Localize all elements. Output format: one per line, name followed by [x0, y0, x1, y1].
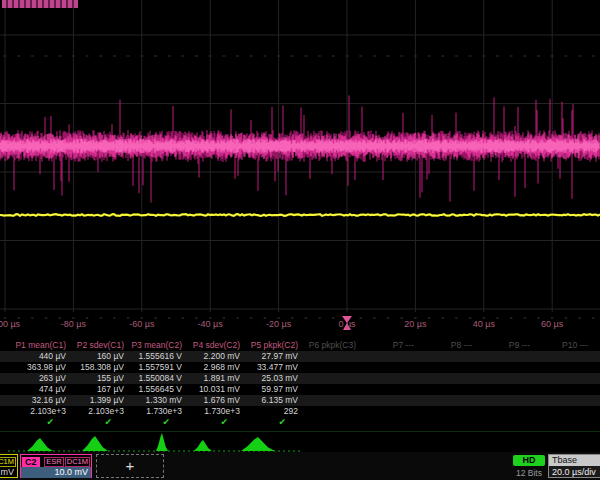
c2-esr-badge: ESR	[44, 457, 63, 467]
channel-c1-descriptor[interactable]: DC1M 0 mV	[0, 454, 18, 478]
measurement-value: 474 µV	[10, 384, 66, 395]
hd-mode-badge[interactable]: HD	[513, 455, 545, 466]
param-header[interactable]: P6 pkpk(C3)	[300, 340, 356, 351]
timebase-descriptor[interactable]: Tbase 20.0 µs/div	[548, 454, 600, 478]
measurement-value: 158.308 µV	[68, 362, 124, 373]
param-header[interactable]: P4 sdev(C2)	[184, 340, 240, 351]
measurement-value: 33.477 mV	[242, 362, 298, 373]
clipped-osd-label	[2, 0, 78, 8]
channel-c2-descriptor[interactable]: C2 ESR DC1M 10.0 mV	[20, 454, 92, 478]
histicon	[27, 438, 53, 451]
measurement-value: 2.103e+3	[68, 406, 124, 417]
time-axis-label: 0 µs	[338, 319, 355, 329]
time-axis-label: 20 µs	[404, 319, 426, 329]
time-axis-label: -60 µs	[129, 319, 154, 329]
c1-scale-value: 0 mV	[0, 467, 17, 478]
param-header[interactable]: P8 ---	[416, 340, 472, 351]
measurement-value: 155 µV	[68, 373, 124, 384]
table-row: 32.16 µV1.399 µV1.330 mV1.676 mV6.135 mV	[0, 395, 600, 406]
param-header[interactable]: P9 ---	[474, 340, 530, 351]
table-row: 363.98 µV158.308 µV1.557591 V2.968 mV33.…	[0, 362, 600, 373]
oscilloscope-screen: -100 µs-80 µs-60 µs-40 µs-20 µs0 µs20 µs…	[0, 0, 600, 480]
c2-trace-tag: C2	[22, 457, 40, 467]
table-row: ✔✔✔✔✔	[0, 417, 600, 428]
bottom-toolbar: DC1M 0 mV C2 ESR DC1M 10.0 mV + HD 12 Bi…	[0, 452, 600, 480]
measurement-value: 2.968 mV	[184, 362, 240, 373]
measurement-value: 10.031 mV	[184, 384, 240, 395]
hd-bits-label: 12 Bits	[509, 468, 549, 478]
measurement-value: 363.98 µV	[10, 362, 66, 373]
timebase-title: Tbase	[549, 455, 600, 466]
histicon	[156, 433, 168, 451]
table-row: 440 µV160 µV1.555616 V2.200 mV27.97 mV	[0, 351, 600, 362]
measurement-value: 1.399 µV	[68, 395, 124, 406]
param-header[interactable]: P2 sdev(C1)	[68, 340, 124, 351]
measurement-value: 1.891 mV	[184, 373, 240, 384]
measurement-value: 2.200 mV	[184, 351, 240, 362]
table-row: 2.103e+32.103e+31.730e+31.730e+3292	[0, 406, 600, 417]
status-check-icon: ✔	[68, 417, 124, 428]
table-row: P1 mean(C1)P2 sdev(C1)P3 mean(C2)P4 sdev…	[0, 340, 600, 351]
measurement-value: 1.730e+3	[126, 406, 182, 417]
measurement-value: 6.135 mV	[242, 395, 298, 406]
measurement-value: 59.97 mV	[242, 384, 298, 395]
measurement-value: 263 µV	[10, 373, 66, 384]
param-header[interactable]: P7 ---	[358, 340, 414, 351]
param-header[interactable]: P5 pkpk(C2)	[242, 340, 298, 351]
measurement-table[interactable]: P1 mean(C1)P2 sdev(C1)P3 mean(C2)P4 sdev…	[0, 339, 600, 430]
measurement-value: 25.03 mV	[242, 373, 298, 384]
time-axis-label: -20 µs	[266, 319, 291, 329]
c2-scale-value: 10.0 mV	[21, 467, 91, 478]
measurement-value: 1.330 mV	[126, 395, 182, 406]
measurement-value: 1.730e+3	[184, 406, 240, 417]
time-axis-label: -80 µs	[61, 319, 86, 329]
measurement-value: 1.557591 V	[126, 362, 182, 373]
measurement-value: 32.16 µV	[10, 395, 66, 406]
time-axis: -100 µs-80 µs-60 µs-40 µs-20 µs0 µs20 µs…	[0, 319, 600, 331]
histicon	[241, 437, 275, 451]
status-check-icon: ✔	[184, 417, 240, 428]
status-check-icon: ✔	[10, 417, 66, 428]
measurement-value: 167 µV	[68, 384, 124, 395]
table-row: 474 µV167 µV1.556645 V10.031 mV59.97 mV	[0, 384, 600, 395]
c1-coupling-badge: DC1M	[0, 457, 16, 467]
c2-coupling-badge: DC1M	[65, 457, 90, 467]
measurement-value: 160 µV	[68, 351, 124, 362]
time-axis-label: -100 µs	[0, 319, 20, 329]
status-check-icon: ✔	[242, 417, 298, 428]
table-row: 263 µV155 µV1.550084 V1.891 mV25.03 mV	[0, 373, 600, 384]
param-header[interactable]: P10 ---	[532, 340, 588, 351]
histicon	[82, 436, 108, 451]
status-check-icon: ✔	[126, 417, 182, 428]
histicon	[194, 440, 212, 451]
measurement-value: 27.97 mV	[242, 351, 298, 362]
measurement-value: 1.556645 V	[126, 384, 182, 395]
timebase-value: 20.0 µs/div	[549, 466, 600, 478]
time-axis-label: 60 µs	[541, 319, 563, 329]
param-header[interactable]: P1 mean(C1)	[10, 340, 66, 351]
measurement-value: 292	[242, 406, 298, 417]
param-header[interactable]: P3 mean(C2)	[126, 340, 182, 351]
measurement-value: 440 µV	[10, 351, 66, 362]
measurement-value: 1.550084 V	[126, 373, 182, 384]
measurement-value: 1.676 mV	[184, 395, 240, 406]
time-axis-label: -40 µs	[198, 319, 223, 329]
time-axis-label: 40 µs	[473, 319, 495, 329]
measurement-value: 2.103e+3	[10, 406, 66, 417]
add-trace-button[interactable]: +	[96, 454, 164, 478]
measurement-value: 1.555616 V	[126, 351, 182, 362]
